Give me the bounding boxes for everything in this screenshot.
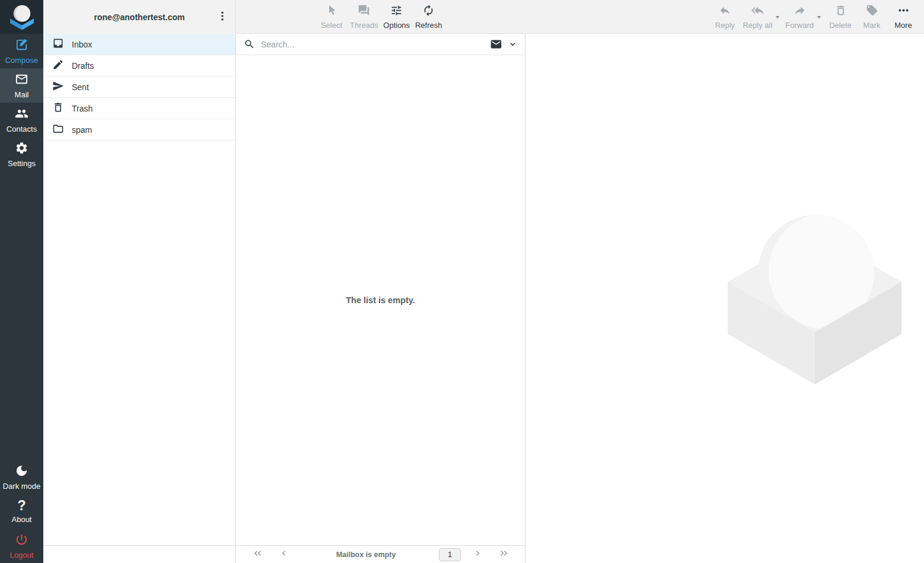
folder-inbox[interactable]: Inbox [43, 34, 235, 55]
first-page-button[interactable] [244, 548, 270, 561]
task-label: Compose [5, 56, 39, 65]
mail-icon [15, 72, 28, 88]
toolbar-label: Mark [864, 21, 881, 30]
folder-label: Sent [72, 82, 89, 92]
content-pane [525, 34, 924, 563]
forward-button[interactable]: Forward [785, 0, 814, 33]
toolbar-label: Delete [829, 21, 852, 30]
forward-dropdown-caret[interactable] [815, 0, 823, 33]
taskbar-spacer [0, 171, 43, 460]
threads-button[interactable]: Threads [350, 0, 378, 33]
last-page-button[interactable] [490, 548, 517, 561]
question-icon: ? [17, 499, 26, 513]
chevron-left-icon [279, 548, 289, 561]
ellipsis-icon [897, 4, 910, 18]
inbox-icon [52, 37, 64, 51]
toolbar-label: Reply all [743, 21, 772, 30]
message-list-area: The list is empty. [236, 55, 525, 545]
folder-label: Trash [72, 104, 93, 113]
search-bar [236, 34, 525, 55]
folder-label: Drafts [72, 61, 94, 71]
folders-empty-space [43, 141, 235, 545]
folders-footer [43, 545, 235, 563]
folder-drafts[interactable]: Drafts [43, 55, 235, 77]
task-label: Contacts [7, 125, 37, 133]
delete-button[interactable]: Delete [827, 0, 854, 33]
toolbar-label: Threads [350, 21, 378, 30]
pointer-icon [326, 4, 338, 18]
moon-icon [15, 464, 28, 479]
app-logo[interactable] [0, 0, 43, 34]
folder-sent[interactable]: Sent [43, 77, 235, 98]
double-chevron-left-icon [253, 548, 263, 561]
gear-icon [15, 141, 28, 157]
forward-icon [794, 4, 806, 18]
send-icon [52, 80, 64, 94]
sliders-icon [390, 4, 403, 18]
toolbar-label: Options [383, 21, 410, 30]
toolbar-label: More [894, 21, 912, 30]
main-toolbar: Select Threads Opt [236, 0, 924, 34]
contacts-icon [15, 107, 28, 122]
search-input[interactable] [261, 40, 484, 49]
mark-button[interactable]: Mark [858, 0, 885, 33]
nav-contacts[interactable]: Contacts [0, 103, 43, 137]
roundcube-watermark-icon [727, 214, 902, 386]
chevron-down-icon [816, 11, 822, 23]
message-list-column: The list is empty. [236, 34, 525, 563]
folder-icon [52, 123, 64, 136]
folder-spam[interactable]: spam [43, 119, 235, 141]
toolbar-label: Forward [785, 21, 814, 30]
chat-bubbles-icon [358, 4, 370, 18]
reply-button[interactable]: Reply [711, 0, 738, 33]
logout-button[interactable]: Logout [0, 529, 43, 563]
about-button[interactable]: ? About [0, 494, 43, 529]
webmail-app: Compose Mail Contacts [0, 0, 924, 563]
refresh-button[interactable]: Refresh [415, 0, 442, 33]
power-icon [15, 533, 28, 548]
chevron-down-icon [775, 11, 780, 23]
toolbar-label: Select [321, 21, 342, 30]
pagination-bar: Mailbox is empty [236, 545, 525, 563]
mail-view: Select Threads Opt [236, 0, 924, 563]
taskbar: Compose Mail Contacts [0, 0, 43, 563]
folders-header: rone@anothertest.com [43, 0, 235, 34]
compose-button[interactable]: Compose [0, 34, 43, 68]
nav-settings[interactable]: Settings [0, 137, 43, 171]
folder-actions-button[interactable] [214, 0, 231, 34]
chevron-right-icon [473, 548, 483, 561]
trash-icon [52, 101, 64, 115]
select-button[interactable]: Select [318, 0, 345, 33]
double-chevron-right-icon [499, 548, 509, 561]
task-label: Settings [8, 159, 36, 168]
refresh-icon [422, 4, 435, 18]
folder-trash[interactable]: Trash [43, 98, 235, 119]
folders-column: rone@anothertest.com Inbox [43, 0, 236, 563]
dark-mode-button[interactable]: Dark mode [0, 460, 43, 494]
task-label: About [12, 515, 32, 524]
reply-all-dropdown-caret[interactable] [774, 0, 781, 33]
empty-list-text: The list is empty. [346, 295, 415, 305]
search-icon [244, 39, 255, 50]
toolbar-label: Reply [715, 21, 735, 30]
search-scope-mail-icon[interactable] [490, 38, 502, 50]
nav-mail[interactable]: Mail [0, 68, 43, 103]
more-button[interactable]: More [890, 0, 917, 33]
search-options-button[interactable] [508, 40, 517, 49]
folder-label: Inbox [72, 40, 92, 49]
mailbox-status: Mailbox is empty [297, 551, 435, 559]
task-label: Dark mode [3, 482, 41, 491]
folder-label: spam [72, 125, 92, 135]
toolbar-label: Refresh [415, 21, 442, 30]
next-page-button[interactable] [464, 548, 490, 561]
page-number-input[interactable] [439, 548, 461, 561]
previous-page-button[interactable] [270, 548, 297, 561]
trash-icon [834, 4, 847, 18]
roundcube-logo-icon [8, 2, 36, 32]
options-button[interactable]: Options [383, 0, 410, 33]
reply-all-button[interactable]: Reply all [743, 0, 772, 33]
task-label: Logout [10, 551, 34, 559]
task-label: Mail [15, 90, 29, 99]
kebab-menu-icon [216, 10, 228, 24]
list-toolbar-group: Select Threads Opt [318, 0, 442, 33]
